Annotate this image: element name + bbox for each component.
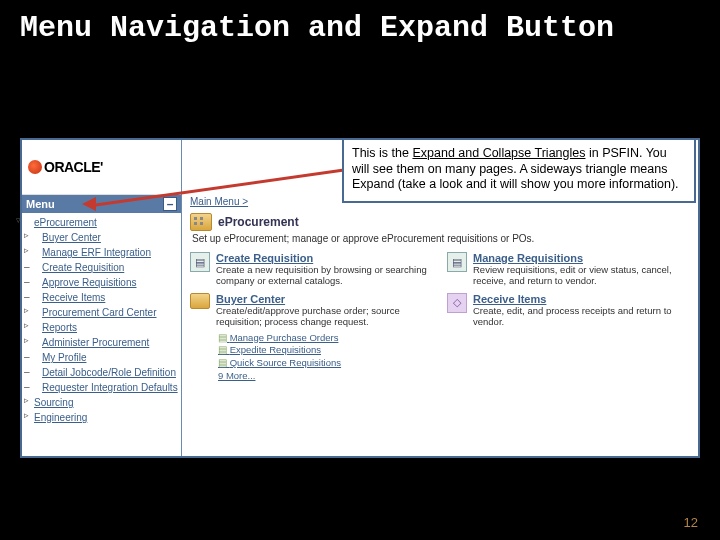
slide-title: Menu Navigation and Expand Button xyxy=(0,0,720,45)
menu-item-requester-integration[interactable]: Requester Integration Defaults xyxy=(24,380,179,395)
section-header: eProcurement xyxy=(190,213,690,231)
logo: ORACLE' xyxy=(22,140,181,195)
card-title: Manage Requisitions xyxy=(473,252,690,264)
card-description: Create a new requisition by browsing or … xyxy=(216,264,433,287)
card-description: Create/edit/approve purchase order; sour… xyxy=(216,305,433,328)
folder-icon xyxy=(190,293,210,309)
minimize-icon[interactable]: – xyxy=(163,197,177,211)
menu-item-reports[interactable]: Reports xyxy=(24,320,179,335)
card-title: Buyer Center xyxy=(216,293,433,305)
card-title: Create Requisition xyxy=(216,252,433,264)
callout-box: This is the Expand and Collapse Triangle… xyxy=(342,138,696,203)
menu-list: eProcurement Buyer Center Manage ERF Int… xyxy=(22,213,181,427)
card-title: Receive Items xyxy=(473,293,690,305)
buyer-center-sublinks: Manage Purchase Orders Expedite Requisit… xyxy=(218,332,690,383)
list-icon: ▤ xyxy=(447,252,467,272)
logo-text: ORACLE' xyxy=(44,159,103,175)
callout-text-underline: Expand and Collapse Triangles xyxy=(412,146,585,160)
package-icon: ◇ xyxy=(447,293,467,313)
menu-item-my-profile[interactable]: My Profile xyxy=(24,350,179,365)
document-icon: ▤ xyxy=(190,252,210,272)
card-receive-items[interactable]: ◇ Receive Items Create, edit, and proces… xyxy=(447,293,690,328)
card-create-requisition[interactable]: ▤ Create Requisition Create a new requis… xyxy=(190,252,433,287)
card-grid: ▤ Create Requisition Create a new requis… xyxy=(190,252,690,328)
card-buyer-center[interactable]: Buyer Center Create/edit/approve purchas… xyxy=(190,293,433,328)
menu-item-administer-procurement[interactable]: Administer Procurement xyxy=(24,335,179,350)
menu-item-procurement-card[interactable]: Procurement Card Center xyxy=(24,305,179,320)
card-description: Review requisitions, edit or view status… xyxy=(473,264,690,287)
page-number: 12 xyxy=(684,515,698,530)
menu-item-manage-erf[interactable]: Manage ERF Integration xyxy=(24,245,179,260)
callout-text-pre: This is the xyxy=(352,146,412,160)
folder-icon xyxy=(190,213,212,231)
menu-item-buyer-center[interactable]: Buyer Center xyxy=(24,230,179,245)
menu-item-create-requisition[interactable]: Create Requisition xyxy=(24,260,179,275)
card-description: Create, edit, and process receipts and r… xyxy=(473,305,690,328)
card-manage-requisitions[interactable]: ▤ Manage Requisitions Review requisition… xyxy=(447,252,690,287)
sublink-more[interactable]: 9 More... xyxy=(218,370,690,383)
section-title: eProcurement xyxy=(218,215,299,229)
menu-header-label: Menu xyxy=(26,198,55,210)
sublink-quick-source[interactable]: Quick Source Requisitions xyxy=(218,357,690,370)
arrow-head-icon xyxy=(82,197,96,211)
oracle-logo-icon xyxy=(28,160,42,174)
menu-item-eprocurement[interactable]: eProcurement xyxy=(24,215,179,230)
menu-item-approve-requisitions[interactable]: Approve Requisitions xyxy=(24,275,179,290)
menu-item-sourcing[interactable]: Sourcing xyxy=(24,395,179,410)
menu-item-detail-jobcode[interactable]: Detail Jobcode/Role Definition xyxy=(24,365,179,380)
sublink-expedite-req[interactable]: Expedite Requisitions xyxy=(218,344,690,357)
sublink-manage-po[interactable]: Manage Purchase Orders xyxy=(218,332,690,345)
section-description: Set up eProcurement; manage or approve e… xyxy=(192,233,690,244)
menu-item-engineering[interactable]: Engineering xyxy=(24,410,179,425)
menu-item-receive-items[interactable]: Receive Items xyxy=(24,290,179,305)
sidebar: ORACLE' Menu – eProcurement Buyer Center… xyxy=(22,140,182,456)
